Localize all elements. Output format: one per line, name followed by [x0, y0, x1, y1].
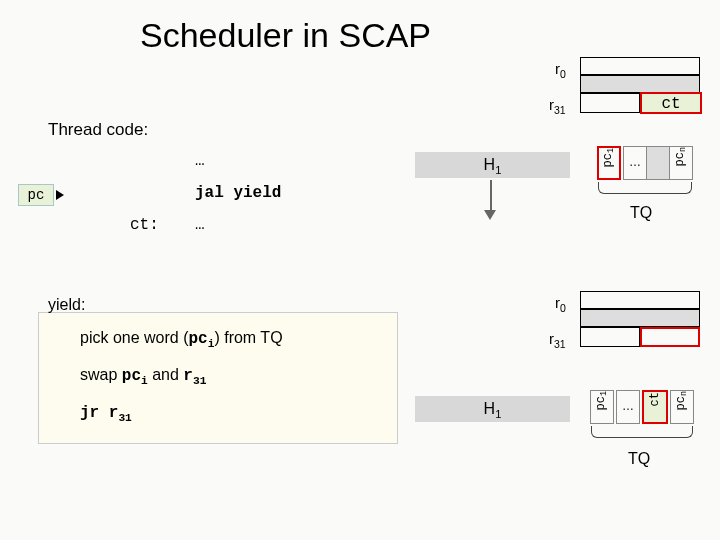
y2a: swap — [80, 366, 122, 383]
y1c: ) from TQ — [214, 329, 282, 346]
r31-label-bottom: r31 — [549, 330, 566, 350]
thread-dots-1: … — [195, 152, 205, 170]
jal-yield: jal yield — [195, 184, 281, 202]
reg-r0-top — [580, 57, 700, 75]
thread-code-label: Thread code: — [48, 120, 148, 140]
r0-label: r0 — [555, 60, 566, 80]
tq-cell-ct-bottom: ct — [642, 390, 668, 424]
y1a: pick one word ( — [80, 329, 189, 346]
r31-label-top: r31 — [549, 96, 566, 116]
tq-label-bottom: TQ — [628, 450, 650, 468]
heap-arrow-stem-top — [490, 180, 492, 210]
pc-box: pc — [18, 184, 54, 206]
reg-r31-right-bottom — [640, 327, 700, 347]
yield-line-3: jr r31 — [80, 404, 132, 424]
tq-pc1-top-text: pc1 — [601, 148, 616, 167]
y2b: pci — [122, 367, 148, 385]
ct-box-top: ct — [640, 92, 702, 114]
r0-label-bottom: r0 — [555, 294, 566, 314]
yield-line-1: pick one word (pci) from TQ — [80, 329, 283, 350]
y2d: r31 — [183, 367, 206, 385]
thread-dots-2: … — [195, 216, 205, 234]
reg-r0-bottom — [580, 291, 700, 309]
tq-pcn-top-text: pcn — [673, 147, 688, 166]
reg-r31-left-top — [580, 93, 640, 113]
title-text: Scheduler in SCAP — [140, 16, 431, 54]
reg-middle-bottom — [580, 309, 700, 327]
reg-middle-top — [580, 75, 700, 93]
tq-cell-pcn-bottom: pcn — [670, 390, 694, 424]
tq-cell-pcn-top: pcn — [669, 146, 693, 180]
yield-label: yield: — [48, 296, 85, 314]
ct-label: ct: — [130, 216, 159, 234]
heap-1-top: H1 — [415, 152, 570, 178]
tq-ct-bottom-text: ct — [648, 392, 662, 406]
y1b: pci — [189, 330, 215, 348]
yield-line-2: swap pci and r31 — [80, 366, 206, 387]
tq-brace-top — [598, 182, 692, 194]
tq-cell-dots-bottom: … — [616, 390, 640, 424]
tq-brace-bottom — [591, 426, 693, 438]
tq-cell-dots-top: … — [623, 146, 647, 180]
heap-arrow-head-top — [484, 210, 496, 220]
tq-cell-blank-top — [647, 146, 669, 180]
reg-r31-left-bottom — [580, 327, 640, 347]
page-title: Scheduler in SCAP — [140, 16, 431, 55]
heap-1-bottom: H1 — [415, 396, 570, 422]
tq-cell-pc1-top: pc1 — [597, 146, 621, 180]
tq-pcn-bottom-text: pcn — [674, 391, 689, 410]
tq-label-top: TQ — [630, 204, 652, 222]
y2c: and — [148, 366, 184, 383]
tq-pc1-bottom-text: pc1 — [594, 391, 609, 410]
pc-arrow-icon — [56, 190, 64, 200]
tq-cell-pc1-bottom: pc1 — [590, 390, 614, 424]
